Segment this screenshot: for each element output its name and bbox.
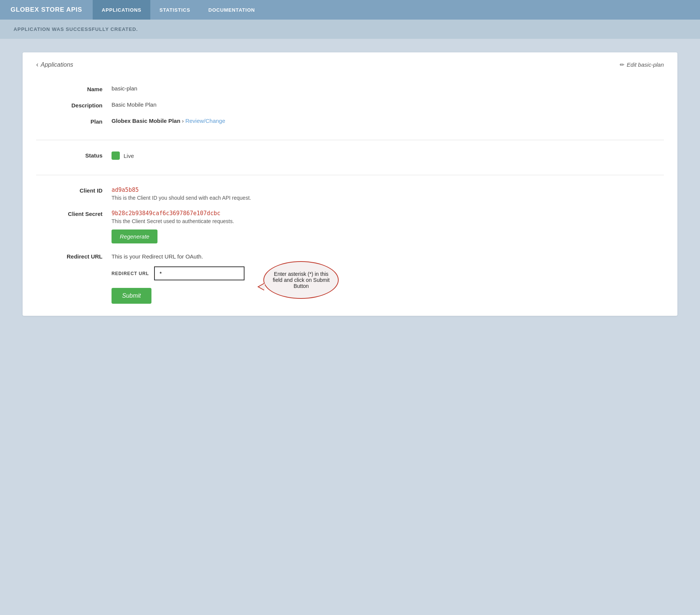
redirect-url-value-block: This is your Redirect URL for OAuth. RED… [112, 252, 664, 304]
client-id-label: Client ID [36, 187, 112, 194]
client-secret-label: Client Secret [36, 210, 112, 217]
client-id-value-block: ad9a5b85 This is the Client ID you shoul… [112, 187, 664, 201]
status-section: Status Live [23, 143, 677, 172]
redirect-url-desc: This is your Redirect URL for OAuth. [112, 252, 664, 260]
description-label: Description [36, 101, 112, 109]
tooltip-text: Enter asterisk (*) in this field and cli… [272, 271, 330, 289]
status-label: Status [36, 151, 112, 159]
nav-link-applications[interactable]: APPLICATIONS [93, 0, 150, 20]
back-link-label: Applications [41, 61, 73, 68]
description-row: Description Basic Mobile Plan [36, 97, 664, 113]
plan-name: Globex Basic Mobile Plan [112, 118, 180, 124]
plan-separator: › [182, 118, 185, 124]
nav-brand: GLOBEX STORE APIS [0, 0, 93, 20]
nav-links: APPLICATIONS STATISTICS DOCUMENTATION [93, 0, 264, 20]
client-secret-value: 9b28c2b93849caf6c3697867e107dcbc [112, 210, 664, 217]
redirect-url-row: Redirect URL This is your Redirect URL f… [36, 248, 664, 308]
success-banner: APPLICATION WAS SUCCESSFULLY CREATED. [0, 20, 700, 39]
description-value: Basic Mobile Plan [112, 101, 664, 108]
nav-link-documentation[interactable]: DOCUMENTATION [199, 0, 264, 20]
status-indicator-row: Live [112, 151, 664, 160]
detail-section: Name basic-plan Description Basic Mobile… [23, 77, 677, 137]
redirect-url-input[interactable] [154, 266, 245, 280]
edit-link[interactable]: ✏ Edit basic-plan [620, 61, 664, 68]
plan-review-link[interactable]: Review/Change [185, 118, 225, 124]
status-value: Live [112, 151, 664, 160]
banner-message: APPLICATION WAS SUCCESSFULLY CREATED. [14, 26, 138, 32]
plan-value: Globex Basic Mobile Plan › Review/Change [112, 118, 664, 124]
divider-1 [36, 140, 664, 140]
divider-2 [36, 175, 664, 175]
main-content: ‹ Applications ✏ Edit basic-plan Name ba… [0, 39, 700, 329]
client-id-value: ad9a5b85 [112, 187, 664, 193]
submit-button[interactable]: Submit [112, 288, 151, 304]
back-link[interactable]: ‹ Applications [36, 61, 73, 69]
submit-row: Submit [112, 288, 245, 304]
redirect-url-label: Redirect URL [36, 252, 112, 260]
name-row: Name basic-plan [36, 81, 664, 97]
name-value: basic-plan [112, 85, 664, 92]
status-row: Status Live [36, 147, 664, 164]
status-badge [112, 151, 120, 160]
back-arrow-icon: ‹ [36, 61, 38, 69]
card-header: ‹ Applications ✏ Edit basic-plan [23, 52, 677, 77]
nav-link-statistics[interactable]: STATISTICS [150, 0, 199, 20]
plan-label: Plan [36, 118, 112, 125]
client-secret-row: Client Secret 9b28c2b93849caf6c3697867e1… [36, 205, 664, 248]
application-card: ‹ Applications ✏ Edit basic-plan Name ba… [23, 52, 677, 316]
client-secret-subtext: This the Client Secret used to authentic… [112, 218, 664, 224]
redirect-url-field-label: REDIRECT URL [112, 271, 149, 276]
redirect-url-form: REDIRECT URL Submit [112, 260, 245, 304]
edit-link-label: Edit basic-plan [627, 61, 664, 68]
pencil-icon: ✏ [620, 61, 625, 68]
redirect-and-tooltip: REDIRECT URL Submit Enter asterisk (*) i… [112, 260, 664, 304]
tooltip-wrapper: Enter asterisk (*) in this field and cli… [263, 261, 339, 299]
status-text: Live [124, 153, 134, 159]
tooltip-bubble: Enter asterisk (*) in this field and cli… [263, 261, 339, 299]
navbar: GLOBEX STORE APIS APPLICATIONS STATISTIC… [0, 0, 700, 20]
name-label: Name [36, 85, 112, 92]
redirect-url-input-row: REDIRECT URL [112, 266, 245, 280]
client-secret-value-block: 9b28c2b93849caf6c3697867e107dcbc This th… [112, 210, 664, 243]
regenerate-button[interactable]: Regenerate [112, 229, 157, 243]
plan-row: Plan Globex Basic Mobile Plan › Review/C… [36, 113, 664, 129]
credentials-section: Client ID ad9a5b85 This is the Client ID… [23, 178, 677, 316]
client-id-subtext: This is the Client ID you should send wi… [112, 195, 664, 201]
client-id-row: Client ID ad9a5b85 This is the Client ID… [36, 182, 664, 205]
